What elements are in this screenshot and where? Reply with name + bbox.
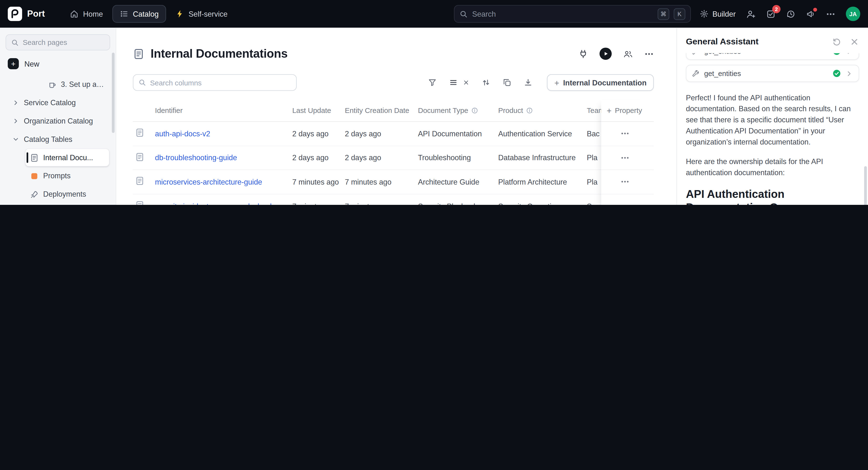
builder-label: Builder (712, 10, 736, 18)
last-update-cell: 7 minutes ago (292, 178, 345, 186)
owners-icon[interactable] (623, 49, 633, 58)
row-menu-button[interactable] (618, 176, 632, 188)
reset-conversation-icon[interactable] (832, 37, 841, 46)
sidebar-item-deployments[interactable]: Deployments (26, 185, 109, 203)
group-by-control (449, 78, 470, 87)
table-row[interactable]: auth-api-docs-v22 days ago2 days agoAPI … (133, 122, 654, 146)
row-actions (601, 170, 654, 194)
sidebar-item-internal-docu[interactable]: Internal Docu... (26, 149, 109, 166)
cmd-keycap: ⌘ (657, 8, 669, 20)
info-icon[interactable] (471, 107, 478, 114)
page-actions (579, 48, 654, 60)
table-row[interactable]: security-incident-response-playbook7 min… (133, 194, 654, 205)
data-source-icon[interactable] (579, 49, 588, 58)
tool-call-name: get_entities (704, 69, 828, 78)
add-entity-button[interactable]: + Internal Documentation (547, 74, 654, 91)
sidebar-item-prompts[interactable]: Prompts (26, 167, 109, 184)
new-page-label: New (24, 60, 39, 68)
identifier-link[interactable]: auth-api-docs-v2 (155, 129, 292, 138)
clear-group-icon[interactable] (463, 79, 470, 86)
team-cell: Pla (587, 178, 601, 186)
sidebar-search[interactable] (5, 34, 110, 51)
sidebar-item-label: Prompts (43, 172, 105, 180)
identifier-link[interactable]: db-troubleshooting-guide (155, 154, 292, 162)
entity-icon-cell (133, 152, 155, 163)
more-menu-icon[interactable] (826, 9, 835, 19)
nav-item-catalog[interactable]: Catalog (112, 5, 166, 23)
identifier-link[interactable]: security-incident-response-playbook (155, 202, 292, 205)
entity-icon-cell (133, 176, 155, 187)
identifier-link[interactable]: microservices-architecture-guide (155, 178, 292, 186)
column-header-product[interactable]: Product (498, 107, 587, 115)
download-icon[interactable] (524, 78, 533, 87)
filter-icon[interactable] (428, 78, 437, 87)
brand[interactable]: Port (8, 7, 45, 21)
sidebar-item-3-set-up-auto[interactable]: 3. Set up auto... (43, 76, 109, 93)
sidebar-item-label: Service Catalog (24, 99, 106, 107)
document-icon (30, 153, 39, 162)
row-menu-button[interactable] (618, 200, 632, 205)
tool-call-chip[interactable]: get_entities (686, 65, 859, 82)
sidebar-scrollbar[interactable] (112, 53, 115, 133)
nav-item-label: Home (83, 10, 103, 18)
column-header-team[interactable]: Team (587, 107, 601, 115)
sidebar-item-organization-catalog[interactable]: Organization Catalog (8, 112, 109, 129)
table-row[interactable]: microservices-architecture-guide7 minute… (133, 170, 654, 194)
assistant-scrollbar[interactable] (864, 166, 867, 205)
document-icon (135, 176, 145, 186)
row-menu-button[interactable] (618, 128, 632, 140)
user-avatar[interactable]: JA (846, 7, 860, 21)
history-icon[interactable] (786, 9, 796, 19)
chevron-right-icon (845, 53, 853, 55)
sort-icon[interactable] (482, 78, 491, 87)
builder-button[interactable]: Builder (700, 9, 736, 18)
last-update-cell: 7 minutes ago (292, 202, 345, 205)
demo-video-button[interactable] (599, 48, 612, 60)
page-icon (133, 48, 145, 60)
close-panel-icon[interactable] (850, 37, 859, 46)
document-type-cell: Security Playbook (418, 202, 498, 205)
creation-date-cell: 7 minutes ago (345, 178, 418, 186)
column-header-document-type[interactable]: Document Type (418, 107, 498, 115)
column-header-creation-date[interactable]: Entity Creation Date (345, 107, 418, 115)
list-view-icon[interactable] (449, 78, 458, 87)
page-more-menu-icon[interactable] (644, 49, 654, 58)
new-page-button[interactable]: + New (8, 58, 109, 69)
sidebar-item-label: Organization Catalog (24, 117, 106, 125)
column-header-identifier[interactable]: Identifier (155, 107, 292, 115)
nav-item-self-service[interactable]: Self-service (168, 5, 235, 23)
add-property-label: Property (615, 107, 642, 115)
info-icon[interactable] (526, 107, 533, 114)
global-search[interactable]: ⌘ K (454, 5, 691, 23)
sidebar-item-service-catalog[interactable]: Service Catalog (8, 94, 109, 111)
copy-icon[interactable] (503, 78, 512, 87)
team-cell: Sec (587, 202, 601, 205)
home-icon (70, 9, 79, 18)
mug-icon (48, 80, 56, 89)
sidebar-item-label: Deployments (43, 190, 105, 198)
search-columns[interactable] (133, 74, 297, 91)
chevron-right-icon (12, 99, 20, 107)
row-menu-button[interactable] (618, 152, 632, 164)
tool-call-chip[interactable]: get_entities (686, 53, 859, 60)
plus-icon: + (554, 78, 559, 87)
product-cell: Authentication Service (498, 129, 587, 138)
announcements-icon[interactable] (806, 9, 815, 19)
global-search-input[interactable] (472, 10, 653, 18)
sidebar-item-catalog-tables[interactable]: Catalog Tables (8, 131, 109, 148)
sidebar-item-microservices[interactable]: Microservices (26, 204, 109, 205)
team-cell: Pla (587, 154, 601, 162)
assistant-message: Perfect! I found the API authentication … (677, 87, 868, 205)
sidebar-search-input[interactable] (23, 38, 105, 46)
document-type-cell: API Documentation (418, 129, 498, 138)
tasks-icon[interactable]: 2 (766, 9, 776, 19)
invite-users-icon[interactable] (746, 9, 756, 19)
add-property-button[interactable]: + Property (601, 100, 654, 122)
column-header-last-update[interactable]: Last Update (292, 107, 345, 115)
creation-date-cell: 7 minutes ago (345, 202, 418, 205)
notification-dot (813, 7, 817, 11)
search-columns-input[interactable] (150, 79, 291, 87)
table-row[interactable]: db-troubleshooting-guide2 days ago2 days… (133, 146, 654, 170)
wrench-icon (692, 53, 700, 55)
nav-item-home[interactable]: Home (62, 5, 110, 23)
